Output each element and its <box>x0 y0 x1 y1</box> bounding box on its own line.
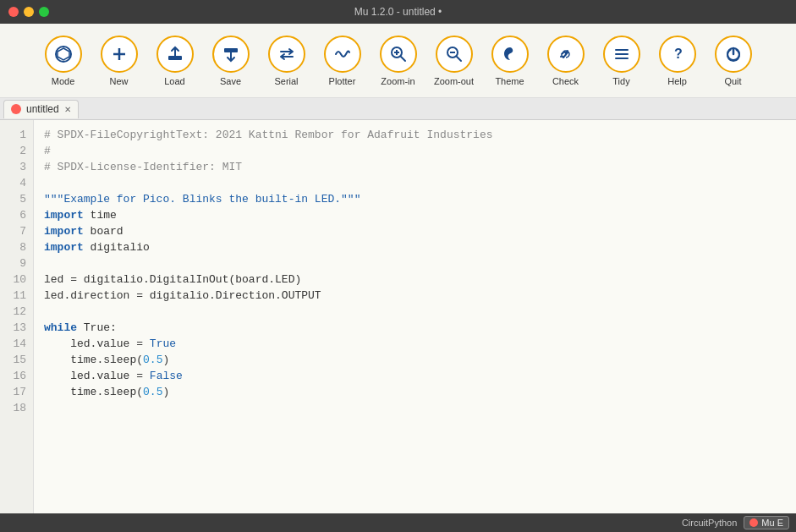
minimize-button[interactable] <box>24 7 34 17</box>
zoom-out-label: Zoom-out <box>434 76 474 86</box>
zoom-in-button[interactable]: Zoom-in <box>371 27 425 95</box>
new-button[interactable]: New <box>92 27 146 95</box>
save-button[interactable]: Save <box>204 27 258 95</box>
theme-icon <box>491 36 529 73</box>
svg-line-9 <box>401 57 405 61</box>
check-button[interactable]: Check <box>539 27 593 95</box>
tidy-label: Tidy <box>612 76 629 86</box>
mode-icon <box>45 36 82 73</box>
quit-label: Quit <box>724 76 741 86</box>
maximize-button[interactable] <box>39 7 49 17</box>
line-num: 1 <box>0 127 26 143</box>
mode-label: Mode <box>52 76 75 86</box>
mode-button[interactable]: Mode <box>36 27 91 95</box>
status-text: CircuitPython <box>682 518 737 528</box>
line-num: 8 <box>0 239 26 255</box>
line-num: 17 <box>0 384 26 400</box>
mu-error-dot <box>749 518 758 527</box>
tabbar: untitled ✕ <box>0 98 796 120</box>
svg-text:?: ? <box>674 47 683 61</box>
serial-button[interactable]: Serial <box>260 27 314 95</box>
line-num: 15 <box>0 352 26 368</box>
code-editor[interactable]: # SPDX-FileCopyrightText: 2021 Kattni Re… <box>34 120 796 513</box>
line-num: 11 <box>0 288 26 304</box>
statusbar: CircuitPython Mu E <box>0 513 796 532</box>
check-label: Check <box>552 76 579 86</box>
tab-label: untitled <box>26 103 59 115</box>
help-label: Help <box>667 76 687 86</box>
help-icon: ? <box>659 36 696 73</box>
line-num: 12 <box>0 304 26 320</box>
serial-label: Serial <box>274 76 298 86</box>
save-icon <box>212 36 250 73</box>
line-numbers: 1 2 3 4 5 6 7 8 9 10 11 12 13 14 15 16 1… <box>0 120 34 513</box>
line-num: 3 <box>0 159 26 175</box>
mu-badge-label: Mu E <box>761 518 783 528</box>
theme-label: Theme <box>495 76 524 86</box>
window-title: Mu 1.2.0 - untitled • <box>354 6 442 18</box>
tidy-button[interactable]: Tidy <box>595 27 649 95</box>
line-num: 9 <box>0 255 26 271</box>
line-num: 2 <box>0 143 26 159</box>
new-label: New <box>109 76 128 86</box>
zoom-in-label: Zoom-in <box>381 76 414 86</box>
check-icon <box>547 36 585 73</box>
zoom-in-icon <box>380 36 417 73</box>
tab-close-button[interactable]: ✕ <box>64 105 71 114</box>
window-controls <box>8 7 49 17</box>
load-icon <box>156 36 194 73</box>
svg-marker-1 <box>58 48 69 60</box>
quit-icon <box>715 36 752 73</box>
line-num: 13 <box>0 320 26 336</box>
svg-line-12 <box>457 57 461 61</box>
plotter-icon <box>324 36 361 73</box>
save-label: Save <box>220 76 241 86</box>
load-label: Load <box>164 76 184 86</box>
line-num: 16 <box>0 368 26 384</box>
mu-badge: Mu E <box>744 516 789 529</box>
close-button[interactable] <box>8 7 19 17</box>
zoom-out-button[interactable]: Zoom-out <box>427 27 481 95</box>
line-num: 6 <box>0 207 26 223</box>
line-num: 10 <box>0 271 26 288</box>
tidy-icon <box>603 36 640 73</box>
tab-dirty-indicator <box>11 104 21 114</box>
toolbar: Mode New Load Save <box>0 24 796 98</box>
plotter-label: Plotter <box>329 76 356 86</box>
line-num: 7 <box>0 223 26 239</box>
titlebar: Mu 1.2.0 - untitled • <box>0 0 796 24</box>
load-button[interactable]: Load <box>148 27 202 95</box>
zoom-out-icon <box>436 36 473 73</box>
line-num: 14 <box>0 336 26 352</box>
editor: 1 2 3 4 5 6 7 8 9 10 11 12 13 14 15 16 1… <box>0 120 796 513</box>
line-num: 4 <box>0 175 26 191</box>
new-icon <box>101 36 138 73</box>
file-tab[interactable]: untitled ✕ <box>3 100 79 118</box>
quit-button[interactable]: Quit <box>706 27 760 95</box>
help-button[interactable]: ? Help <box>651 27 705 95</box>
theme-button[interactable]: Theme <box>483 27 537 95</box>
serial-icon <box>268 36 305 73</box>
line-num: 5 <box>0 191 26 207</box>
line-num: 18 <box>0 400 26 416</box>
plotter-button[interactable]: Plotter <box>316 27 370 95</box>
